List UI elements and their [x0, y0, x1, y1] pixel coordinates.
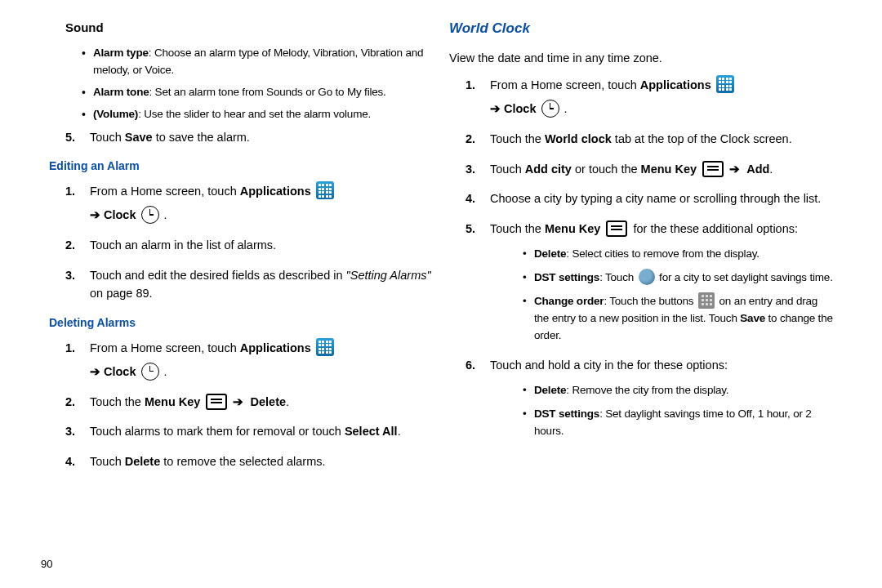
- world-step-4: 4. Choose a city by typing a city name o…: [466, 189, 833, 207]
- deleting-steps: 1. From a Home screen, touch Application…: [65, 339, 433, 471]
- save-label: Save: [740, 312, 765, 324]
- del-step-3: 3. Touch alarms to mark them for removal…: [65, 422, 433, 440]
- text-post: for the these additional options:: [633, 222, 798, 235]
- world-clock-heading: World Clock: [449, 18, 833, 39]
- arrow-icon: ➔: [233, 395, 243, 408]
- text-pre: Touch the: [490, 132, 545, 145]
- label: (Volume): [93, 108, 138, 120]
- step-number: 1.: [65, 339, 75, 357]
- editing-heading: Editing an Alarm: [49, 158, 433, 176]
- label: Alarm type: [93, 47, 149, 59]
- menu-label: Menu Key: [145, 395, 201, 408]
- step-number: 4.: [466, 189, 475, 207]
- step-number: 2.: [466, 130, 475, 148]
- text: : Select cities to remove from the displ…: [566, 247, 760, 260]
- editing-steps: 1. From a Home screen, touch Application…: [65, 182, 433, 303]
- text-post: to remove the selected alarms.: [160, 455, 325, 468]
- drag-handle-icon: [698, 292, 715, 309]
- delete-label: Delete: [125, 455, 161, 468]
- apps-label: Applications: [640, 78, 711, 91]
- arrow-icon: ➔: [729, 163, 740, 176]
- edit-step-1: 1. From a Home screen, touch Application…: [65, 182, 433, 225]
- delete-label: Delete: [251, 395, 287, 408]
- label: Delete: [534, 247, 566, 260]
- step6-bullets: Delete: Remove the city from the display…: [523, 382, 833, 440]
- globe-icon: [639, 269, 655, 285]
- step-number: 3.: [65, 422, 75, 440]
- menu-key-icon: [206, 394, 227, 410]
- text-post: on page 89.: [90, 287, 153, 300]
- step-number: 5.: [65, 128, 75, 146]
- text-post: tab at the top of the Clock screen.: [612, 132, 792, 145]
- label: DST settings: [534, 408, 599, 420]
- world-step-5: 5. Touch the Menu Key for the these addi…: [466, 220, 833, 345]
- text: Touch and hold a city in the for these o…: [490, 359, 728, 372]
- text-pre: Touch alarms to mark them for removal or…: [90, 425, 345, 438]
- bullet-alarm-type: Alarm type: Choose an alarm type of Melo…: [82, 45, 433, 79]
- bullet-volume: (Volume): Use the slider to hear and set…: [82, 106, 433, 123]
- right-column: World Clock View the date and time in an…: [441, 18, 841, 588]
- menu-key-icon: [702, 161, 724, 177]
- arrow-icon: ➔: [90, 208, 100, 221]
- step-number: 2.: [65, 236, 75, 254]
- cont: ➔Clock .: [90, 363, 433, 381]
- text-pre: Touch: [490, 163, 525, 176]
- cont: ➔Clock .: [90, 206, 433, 225]
- del-step-2: 2. Touch the Menu Key ➔ Delete.: [65, 393, 433, 411]
- text: : Use the slider to hear and set the ala…: [138, 108, 371, 120]
- sound-heading: Sound: [65, 18, 433, 37]
- step-number: 6.: [466, 356, 475, 374]
- worldclock-label: World clock: [545, 132, 612, 145]
- bullet-delete2: Delete: Remove the city from the display…: [523, 382, 833, 399]
- arrow-icon: ➔: [490, 102, 501, 115]
- bullet-dst: DST settings: Touch for a city to set da…: [523, 270, 833, 287]
- text-pre: Touch the: [490, 222, 545, 235]
- text: : Remove the city from the display.: [566, 384, 728, 396]
- world-step-2: 2. Touch the World clock tab at the top …: [466, 130, 833, 148]
- step-number: 1.: [65, 182, 75, 200]
- manual-page: Sound Alarm type: Choose an alarm type o…: [0, 0, 882, 588]
- text-pre: From a Home screen, touch: [90, 185, 240, 198]
- apps-label: Applications: [240, 341, 311, 354]
- bullet-dst2: DST settings: Set daylight savings time …: [523, 406, 833, 440]
- text-pre: Touch the: [90, 395, 145, 408]
- cont: ➔Clock .: [490, 100, 833, 118]
- world-step-6: 6. Touch and hold a city in the for thes…: [466, 356, 833, 440]
- text-post: for a city to set daylight savings time.: [657, 271, 833, 283]
- step-number: 1.: [466, 76, 475, 94]
- page-number: 90: [41, 558, 52, 570]
- sound-bullets: Alarm type: Choose an alarm type of Melo…: [82, 45, 433, 123]
- edit-step-3: 3. Touch and edit the desired fields as …: [65, 266, 433, 303]
- menu-label: Menu Key: [641, 163, 697, 176]
- menu-label: Menu Key: [545, 222, 601, 235]
- text-bold: Save: [125, 131, 153, 144]
- bullet-change-order: Change order: Touch the buttons on an en…: [523, 293, 833, 345]
- text: Choose a city by typing a city name or s…: [490, 192, 821, 205]
- world-intro: View the date and time in any time zone.: [449, 49, 833, 67]
- applications-icon: [716, 75, 734, 93]
- world-step-1: 1. From a Home screen, touch Application…: [466, 76, 833, 118]
- label: Alarm tone: [93, 86, 149, 98]
- apps-label: Applications: [240, 185, 311, 198]
- del-step-1: 1. From a Home screen, touch Application…: [65, 339, 433, 381]
- label: Delete: [534, 384, 566, 396]
- world-step-3: 3. Touch Add city or touch the Menu Key …: [466, 160, 833, 178]
- clock-label: Clock: [104, 365, 136, 378]
- clock-icon: [141, 363, 159, 381]
- clock-icon: [541, 100, 559, 118]
- text-pre: : Touch: [599, 271, 636, 283]
- text: : Set an alarm tone from Sounds or Go to…: [149, 86, 386, 98]
- step-5: 5. Touch Save to save the alarm.: [65, 128, 433, 146]
- step-number: 3.: [65, 266, 75, 284]
- edit-step-2: 2. Touch an alarm in the list of alarms.: [65, 236, 433, 254]
- deleting-heading: Deleting Alarms: [49, 314, 433, 332]
- clock-label: Clock: [504, 102, 537, 115]
- step-number: 3.: [466, 160, 475, 178]
- del-step-4: 4. Touch Delete to remove the selected a…: [65, 452, 433, 470]
- label: DST settings: [534, 271, 599, 283]
- selectall-label: Select All: [345, 425, 398, 438]
- step-number: 4.: [65, 452, 75, 470]
- label: Change order: [534, 295, 604, 307]
- clock-label: Clock: [104, 208, 136, 221]
- text-pre: From a Home screen, touch: [490, 78, 640, 91]
